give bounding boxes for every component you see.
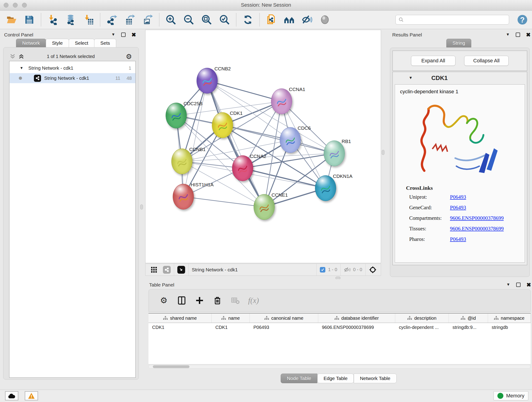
import-table-button[interactable] xyxy=(83,14,94,25)
tab-network[interactable]: Network xyxy=(16,39,46,47)
crosslink-label: GeneCard: xyxy=(409,205,450,211)
crosslink-link[interactable]: P06493 xyxy=(450,236,466,242)
grid-view-icon[interactable] xyxy=(151,266,157,273)
zoom-fit-button[interactable] xyxy=(201,14,212,25)
save-session-button[interactable] xyxy=(24,14,35,25)
birdseye-view-icon[interactable] xyxy=(177,266,185,274)
cloud-button[interactable] xyxy=(5,391,18,400)
results-panel-collapse-icon[interactable]: ▼ xyxy=(506,32,510,37)
network-node-CCNB1[interactable] xyxy=(171,148,192,174)
network-node-CCNB2[interactable] xyxy=(196,68,218,94)
column-header-canonicalname[interactable]: canonical name xyxy=(250,313,318,323)
open-session-button[interactable] xyxy=(6,14,17,25)
network-node-CDKN1A[interactable] xyxy=(315,175,336,201)
tab-node-table[interactable]: Node Table xyxy=(281,374,317,383)
control-panel-collapse-icon[interactable]: ▼ xyxy=(111,32,115,37)
column-header-id[interactable]: @id xyxy=(449,313,488,323)
network-node-CDK1[interactable] xyxy=(212,112,233,138)
column-header-sharedname[interactable]: shared name xyxy=(148,313,212,323)
import-database-button[interactable] xyxy=(65,14,76,25)
cell-canonicalname[interactable]: P06493 xyxy=(250,323,318,332)
tab-network-table[interactable]: Network Table xyxy=(354,374,397,383)
node-label-RB1: RB1 xyxy=(342,139,351,144)
results-panel-float-icon[interactable] xyxy=(516,32,520,37)
crosslink-link[interactable]: 9606.ENSP00000378699 xyxy=(450,226,504,232)
cdk1-expander-icon[interactable]: ▼ xyxy=(409,76,413,80)
control-panel-float-icon[interactable] xyxy=(121,32,126,37)
cell-name[interactable]: CDK1 xyxy=(212,323,250,332)
export-network-button[interactable] xyxy=(106,14,117,25)
column-header-databaseidentifier[interactable]: database identifier xyxy=(318,313,395,323)
tab-string[interactable]: String xyxy=(446,39,471,47)
collapse-all-button[interactable]: Collapse All xyxy=(464,56,509,66)
network-node-CDC25B[interactable] xyxy=(166,103,187,128)
network-view-icon[interactable] xyxy=(163,266,171,274)
tab-style[interactable]: Style xyxy=(46,39,69,47)
cell-id[interactable]: stringdb:9... xyxy=(449,323,488,332)
search-input[interactable] xyxy=(406,17,509,22)
network-edge-CCNE1-HIST1H1A[interactable] xyxy=(183,197,264,207)
network-node-CDC6[interactable] xyxy=(280,127,301,153)
table-hscrollbar[interactable] xyxy=(148,365,531,369)
network-tree-child-row[interactable]: String Network - cdk1 11 48 xyxy=(10,73,135,83)
show-details-button[interactable] xyxy=(319,14,330,25)
network-edge-CCNA1-CCNB2[interactable] xyxy=(207,81,282,101)
column-header-namespace[interactable]: namespace xyxy=(488,313,531,323)
table-panel-collapse-icon[interactable]: ▼ xyxy=(506,282,510,287)
fit-selected-icon[interactable] xyxy=(369,266,377,274)
expand-all-button[interactable]: Expand All xyxy=(411,56,456,66)
network-node-CCNA2[interactable] xyxy=(232,155,253,181)
column-header-name[interactable]: name xyxy=(212,313,250,323)
network-canvas[interactable]: CCNB2CCNA1CDC25BCDK1CDC6RB1CCNB1CCNA2CDK… xyxy=(145,30,381,263)
import-network-button[interactable] xyxy=(47,14,58,25)
zoom-selected-button[interactable] xyxy=(219,14,230,25)
table-row[interactable]: CDK1CDK1P064939606.ENSP00000378699cyclin… xyxy=(148,323,531,332)
tab-edge-table[interactable]: Edge Table xyxy=(317,374,354,383)
network-node-CCNE1[interactable] xyxy=(254,194,275,220)
crosslink-link[interactable]: 9606.ENSP00000378699 xyxy=(450,215,504,221)
network-node-CCNA1[interactable] xyxy=(271,89,292,114)
warning-button[interactable] xyxy=(25,391,38,400)
right-splitter-handle[interactable] xyxy=(382,150,385,155)
cell-description[interactable]: cyclin-dependent ... xyxy=(395,323,449,332)
zoom-in-button[interactable] xyxy=(165,14,177,25)
results-panel-close-icon[interactable]: ✖ xyxy=(526,32,531,37)
left-splitter-handle[interactable] xyxy=(140,204,143,210)
export-table-button[interactable] xyxy=(124,14,135,25)
network-node-RB1[interactable] xyxy=(324,140,345,166)
tree-expander-icon[interactable]: ▼ xyxy=(20,66,23,70)
crosslink-link[interactable]: P06493 xyxy=(450,194,466,200)
cell-namespace[interactable]: stringdb xyxy=(488,323,531,332)
network-node-HIST1H1A[interactable] xyxy=(173,184,194,210)
control-panel-close-icon[interactable]: ✖ xyxy=(132,32,136,37)
table-panel-float-icon[interactable] xyxy=(516,283,520,287)
cell-databaseidentifier[interactable]: 9606.ENSP00000378699 xyxy=(318,323,395,332)
houses-button[interactable] xyxy=(284,14,295,25)
hide-details-button[interactable] xyxy=(302,14,312,25)
network-tree-root-row[interactable]: ▼ String Network - cdk1 1 xyxy=(10,63,135,73)
table-hscrollbar-thumb[interactable] xyxy=(153,365,190,368)
show-columns-icon[interactable] xyxy=(177,295,187,306)
export-image-button[interactable] xyxy=(142,14,153,25)
network-selected-count: 1 of 1 Network selected xyxy=(6,54,136,59)
network-options-gear-icon[interactable]: ⚙ xyxy=(126,52,132,61)
network-edge-CCNE1-CCNB2[interactable] xyxy=(207,81,264,207)
network-edge-CDK1-RB1[interactable] xyxy=(222,125,334,153)
memory-button[interactable]: Memory xyxy=(494,391,528,400)
crosslink-link[interactable]: P06493 xyxy=(450,205,466,211)
create-column-icon[interactable] xyxy=(195,295,205,306)
table-options-gear-icon[interactable]: ⚙ xyxy=(159,295,169,306)
tab-sets[interactable]: Sets xyxy=(94,39,116,47)
zoom-out-button[interactable] xyxy=(183,14,194,25)
delete-column-icon[interactable] xyxy=(212,295,222,306)
help-button[interactable]: ? xyxy=(517,14,528,25)
network-edge-CCNB2-HIST1H1A[interactable] xyxy=(183,81,207,197)
column-header-description[interactable]: description xyxy=(395,313,449,323)
tab-select[interactable]: Select xyxy=(69,39,94,47)
table-panel-close-icon[interactable]: ✖ xyxy=(526,283,531,287)
layout-refresh-button[interactable] xyxy=(242,14,253,25)
copy-network-button[interactable] xyxy=(266,14,277,25)
search-field[interactable] xyxy=(395,15,509,25)
cell-sharedname[interactable]: CDK1 xyxy=(148,323,212,332)
selected-checkbox-icon[interactable] xyxy=(320,267,325,273)
